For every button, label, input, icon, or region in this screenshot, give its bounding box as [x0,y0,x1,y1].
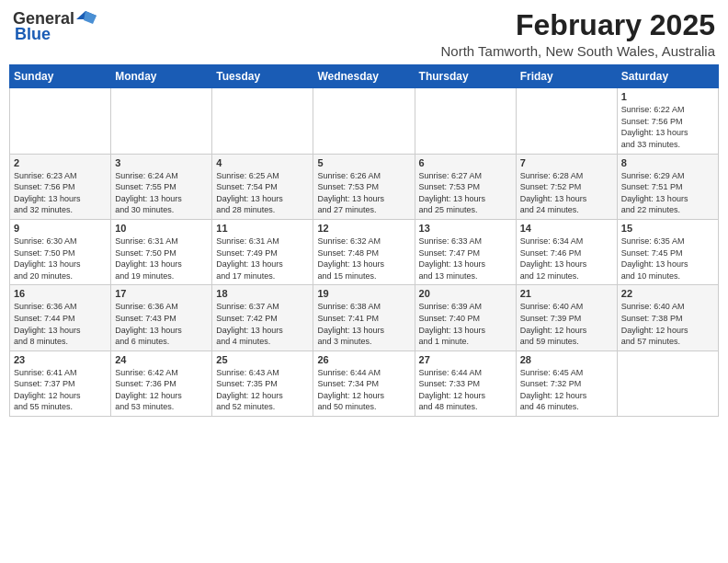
weekday-header: Sunday [10,65,111,88]
day-number: 9 [14,223,107,234]
day-info: Sunrise: 6:41 AM Sunset: 7:37 PM Dayligh… [14,367,107,413]
day-info: Sunrise: 6:22 AM Sunset: 7:56 PM Dayligh… [621,104,714,150]
day-number: 16 [14,288,107,299]
calendar-cell: 25Sunrise: 6:43 AM Sunset: 7:35 PM Dayli… [212,350,313,416]
month-title: February 2025 [441,9,715,41]
calendar-cell: 16Sunrise: 6:36 AM Sunset: 7:44 PM Dayli… [10,285,111,350]
day-info: Sunrise: 6:25 AM Sunset: 7:54 PM Dayligh… [216,170,309,216]
day-number: 15 [621,223,714,234]
day-info: Sunrise: 6:27 AM Sunset: 7:53 PM Dayligh… [419,170,512,216]
calendar-cell: 18Sunrise: 6:37 AM Sunset: 7:42 PM Dayli… [212,285,313,350]
calendar-cell [212,88,313,154]
calendar-cell [111,88,212,154]
calendar-cell: 11Sunrise: 6:31 AM Sunset: 7:49 PM Dayli… [212,219,313,284]
day-info: Sunrise: 6:32 AM Sunset: 7:48 PM Dayligh… [317,236,410,282]
calendar-cell: 13Sunrise: 6:33 AM Sunset: 7:47 PM Dayli… [415,219,516,284]
day-info: Sunrise: 6:42 AM Sunset: 7:36 PM Dayligh… [115,367,208,413]
day-number: 22 [621,288,714,299]
day-info: Sunrise: 6:36 AM Sunset: 7:44 PM Dayligh… [14,301,107,347]
calendar-cell: 7Sunrise: 6:28 AM Sunset: 7:52 PM Daylig… [516,154,617,219]
calendar-cell [516,88,617,154]
calendar-cell: 20Sunrise: 6:39 AM Sunset: 7:40 PM Dayli… [415,285,516,350]
weekday-header: Monday [111,65,212,88]
day-info: Sunrise: 6:31 AM Sunset: 7:49 PM Dayligh… [216,236,309,282]
calendar-week-row: 2Sunrise: 6:23 AM Sunset: 7:56 PM Daylig… [10,154,719,219]
day-number: 14 [520,223,613,234]
day-info: Sunrise: 6:40 AM Sunset: 7:39 PM Dayligh… [520,301,613,347]
calendar-cell: 1Sunrise: 6:22 AM Sunset: 7:56 PM Daylig… [617,88,718,154]
calendar-cell [10,88,111,154]
calendar-cell: 9Sunrise: 6:30 AM Sunset: 7:50 PM Daylig… [10,219,111,284]
day-number: 27 [419,354,512,365]
calendar-cell: 10Sunrise: 6:31 AM Sunset: 7:50 PM Dayli… [111,219,212,284]
weekday-header: Wednesday [313,65,415,88]
day-info: Sunrise: 6:34 AM Sunset: 7:46 PM Dayligh… [520,236,613,282]
day-number: 13 [419,223,512,234]
logo-blue-text: Blue [15,25,51,44]
location-title: North Tamworth, New South Wales, Austral… [441,43,715,59]
day-number: 6 [419,157,512,168]
calendar-cell: 8Sunrise: 6:29 AM Sunset: 7:51 PM Daylig… [617,154,718,219]
day-number: 11 [216,223,309,234]
calendar-week-row: 1Sunrise: 6:22 AM Sunset: 7:56 PM Daylig… [10,88,719,154]
day-info: Sunrise: 6:24 AM Sunset: 7:55 PM Dayligh… [115,170,208,216]
day-info: Sunrise: 6:35 AM Sunset: 7:45 PM Dayligh… [621,236,714,282]
calendar-week-row: 16Sunrise: 6:36 AM Sunset: 7:44 PM Dayli… [10,285,719,350]
calendar-cell: 2Sunrise: 6:23 AM Sunset: 7:56 PM Daylig… [10,154,111,219]
day-number: 26 [317,354,410,365]
day-number: 8 [621,157,714,168]
calendar-cell [415,88,516,154]
day-info: Sunrise: 6:36 AM Sunset: 7:43 PM Dayligh… [115,301,208,347]
day-info: Sunrise: 6:38 AM Sunset: 7:41 PM Dayligh… [317,301,410,347]
day-info: Sunrise: 6:30 AM Sunset: 7:50 PM Dayligh… [14,236,107,282]
logo-bird-icon [76,11,97,28]
calendar-cell: 23Sunrise: 6:41 AM Sunset: 7:37 PM Dayli… [10,350,111,416]
calendar-cell: 24Sunrise: 6:42 AM Sunset: 7:36 PM Dayli… [111,350,212,416]
day-info: Sunrise: 6:26 AM Sunset: 7:53 PM Dayligh… [317,170,410,216]
day-info: Sunrise: 6:39 AM Sunset: 7:40 PM Dayligh… [419,301,512,347]
day-info: Sunrise: 6:40 AM Sunset: 7:38 PM Dayligh… [621,301,714,347]
calendar-cell: 5Sunrise: 6:26 AM Sunset: 7:53 PM Daylig… [313,154,415,219]
calendar-cell [313,88,415,154]
day-number: 2 [14,157,107,168]
day-info: Sunrise: 6:29 AM Sunset: 7:51 PM Dayligh… [621,170,714,216]
calendar-cell: 22Sunrise: 6:40 AM Sunset: 7:38 PM Dayli… [617,285,718,350]
logo: General Blue [13,9,97,44]
day-number: 3 [115,157,208,168]
calendar-cell: 27Sunrise: 6:44 AM Sunset: 7:33 PM Dayli… [415,350,516,416]
weekday-header: Thursday [415,65,516,88]
calendar-week-row: 9Sunrise: 6:30 AM Sunset: 7:50 PM Daylig… [10,219,719,284]
calendar-cell: 28Sunrise: 6:45 AM Sunset: 7:32 PM Dayli… [516,350,617,416]
calendar-cell: 15Sunrise: 6:35 AM Sunset: 7:45 PM Dayli… [617,219,718,284]
day-info: Sunrise: 6:44 AM Sunset: 7:33 PM Dayligh… [419,367,512,413]
day-number: 17 [115,288,208,299]
day-info: Sunrise: 6:31 AM Sunset: 7:50 PM Dayligh… [115,236,208,282]
weekday-header: Saturday [617,65,718,88]
calendar-table: SundayMondayTuesdayWednesdayThursdayFrid… [9,64,719,417]
calendar-cell: 14Sunrise: 6:34 AM Sunset: 7:46 PM Dayli… [516,219,617,284]
calendar-cell: 19Sunrise: 6:38 AM Sunset: 7:41 PM Dayli… [313,285,415,350]
calendar-cell: 17Sunrise: 6:36 AM Sunset: 7:43 PM Dayli… [111,285,212,350]
calendar-cell: 26Sunrise: 6:44 AM Sunset: 7:34 PM Dayli… [313,350,415,416]
calendar-cell [617,350,718,416]
day-number: 5 [317,157,410,168]
calendar-cell: 12Sunrise: 6:32 AM Sunset: 7:48 PM Dayli… [313,219,415,284]
day-number: 24 [115,354,208,365]
day-number: 1 [621,91,714,102]
day-number: 21 [520,288,613,299]
day-info: Sunrise: 6:37 AM Sunset: 7:42 PM Dayligh… [216,301,309,347]
calendar-cell: 3Sunrise: 6:24 AM Sunset: 7:55 PM Daylig… [111,154,212,219]
day-info: Sunrise: 6:33 AM Sunset: 7:47 PM Dayligh… [419,236,512,282]
weekday-header: Friday [516,65,617,88]
day-number: 4 [216,157,309,168]
day-number: 18 [216,288,309,299]
calendar-cell: 6Sunrise: 6:27 AM Sunset: 7:53 PM Daylig… [415,154,516,219]
day-info: Sunrise: 6:44 AM Sunset: 7:34 PM Dayligh… [317,367,410,413]
weekday-header: Tuesday [212,65,313,88]
day-info: Sunrise: 6:28 AM Sunset: 7:52 PM Dayligh… [520,170,613,216]
day-number: 10 [115,223,208,234]
calendar-week-row: 23Sunrise: 6:41 AM Sunset: 7:37 PM Dayli… [10,350,719,416]
day-number: 25 [216,354,309,365]
page-header: General Blue February 2025 North Tamwort… [9,9,719,59]
day-info: Sunrise: 6:23 AM Sunset: 7:56 PM Dayligh… [14,170,107,216]
